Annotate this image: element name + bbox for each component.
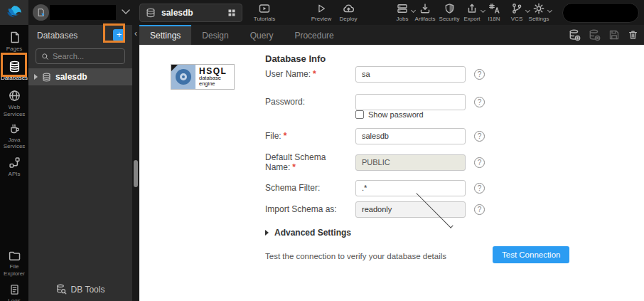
rail-label: Pages — [6, 46, 23, 52]
artifacts-download-icon — [419, 3, 431, 14]
panel-title: Databases — [37, 31, 113, 41]
logs-icon — [9, 284, 20, 295]
add-database-button[interactable]: + — [113, 29, 125, 41]
tab-design[interactable]: Design — [191, 25, 239, 45]
show-password-checkbox[interactable] — [355, 110, 364, 119]
sidebar-item-logs[interactable]: Logs — [0, 277, 28, 301]
settings-content: HSQL database engine Database Info User … — [139, 45, 644, 301]
tree-item-label: salesdb — [55, 72, 87, 82]
rail-label: APIs — [9, 171, 21, 177]
action-label: Artifacts — [415, 16, 436, 22]
top-bar: salesdb Tutorials Preview Deploy Jobs — [0, 0, 644, 25]
username-input[interactable] — [355, 66, 466, 83]
tree-item-salesdb[interactable]: salesdb — [28, 68, 132, 85]
action-label: Preview — [311, 16, 331, 22]
sidebar-item-web-services[interactable]: Web Services — [0, 81, 28, 117]
help-icon[interactable]: ? — [474, 131, 485, 142]
wavemaker-logo[interactable] — [0, 0, 28, 25]
field-row-default-schema: Default Schema Name:* ? — [265, 154, 635, 171]
rail-label: Databases — [1, 75, 28, 81]
action-label: Deploy — [340, 16, 358, 22]
topbar-action-deploy[interactable]: Deploy — [333, 3, 364, 23]
database-icon — [42, 73, 51, 82]
export-icon — [466, 3, 478, 14]
help-icon[interactable]: ? — [474, 183, 485, 194]
field-label: Password: — [265, 97, 305, 107]
help-icon[interactable]: ? — [474, 97, 485, 107]
i18n-translate-icon — [488, 3, 500, 14]
sidebar-item-pages[interactable]: Pages — [0, 25, 28, 52]
settings-menu-chevron-icon[interactable] — [547, 8, 552, 13]
wavemaker-logo-icon — [6, 4, 23, 21]
app-switcher-name: salesdb — [161, 8, 222, 18]
topbar-action-settings[interactable]: Settings — [523, 3, 554, 23]
tab-query[interactable]: Query — [240, 25, 284, 45]
project-chevron-down-icon[interactable] — [121, 9, 131, 15]
action-label: I18N — [488, 16, 500, 22]
topbar-action-tutorials[interactable]: Tutorials — [249, 3, 280, 23]
delete-icon[interactable] — [628, 29, 638, 41]
field-row-file: File:* ? — [265, 127, 635, 144]
pages-icon — [9, 31, 21, 43]
file-explorer-folder-icon — [9, 250, 21, 261]
required-marker: * — [313, 69, 316, 79]
rail-label: Logs — [8, 297, 20, 301]
rail-label: Web Services — [0, 104, 28, 117]
scrollbar-thumb[interactable] — [134, 160, 138, 187]
hsql-logo-mark-icon — [171, 65, 195, 89]
field-label: User Name: — [265, 69, 311, 79]
action-label: VCS — [511, 16, 522, 22]
tab-procedure[interactable]: Procedure — [284, 25, 344, 45]
database-search[interactable] — [36, 48, 125, 64]
redacted-project-name — [50, 5, 116, 20]
vcs-branch-icon — [511, 3, 522, 14]
rail-spacer — [0, 177, 28, 245]
field-row-username: User Name:* ? — [265, 65, 635, 83]
database-icon — [146, 8, 156, 18]
help-icon[interactable]: ? — [474, 69, 485, 80]
password-input[interactable] — [355, 94, 466, 110]
rail-label: File Explorer — [0, 263, 28, 276]
panel-edge-strip: ‹ — [132, 25, 139, 301]
settings-gear-icon — [533, 3, 544, 14]
db-push-icon[interactable] — [589, 29, 601, 41]
field-label: File: — [265, 131, 281, 141]
left-rail: Pages Databases Web Services Java Servic… — [0, 25, 28, 301]
hsql-logo: HSQL database engine — [171, 64, 235, 90]
save-icon[interactable] — [608, 29, 620, 41]
search-icon — [41, 53, 49, 60]
db-tools-button[interactable]: DB Tools — [28, 284, 132, 295]
tab-settings[interactable]: Settings — [139, 25, 191, 45]
web-services-globe-icon — [9, 90, 21, 102]
app-switcher[interactable]: salesdb — [139, 4, 242, 22]
db-tools-icon — [56, 284, 67, 295]
sidebar-item-apis[interactable]: APIs — [0, 149, 28, 177]
import-schema-select[interactable]: readonly — [355, 201, 466, 218]
databases-panel: Databases + salesdb DB Tools — [28, 25, 132, 301]
selected-option: readonly — [362, 205, 410, 213]
show-password-row: Show password — [355, 110, 424, 119]
sidebar-item-file-explorer[interactable]: File Explorer — [0, 245, 28, 276]
expand-caret-icon[interactable] — [34, 74, 38, 80]
test-connection-button[interactable]: Test Connection — [493, 246, 569, 263]
field-row-password: Password: ? — [265, 93, 635, 110]
grid-apps-icon[interactable] — [227, 9, 236, 17]
help-icon[interactable]: ? — [474, 157, 485, 168]
advanced-settings-label: Advanced Settings — [274, 228, 351, 238]
file-input[interactable] — [355, 128, 466, 144]
collapse-panel-chevron-icon[interactable]: ‹ — [132, 28, 139, 40]
advanced-caret-icon — [265, 230, 269, 236]
java-services-coffee-icon — [9, 123, 21, 134]
advanced-settings-toggle[interactable]: Advanced Settings — [265, 228, 351, 238]
project-avatar[interactable] — [33, 4, 49, 21]
schema-filter-input[interactable] — [355, 180, 466, 196]
sidebar-item-databases[interactable]: Databases — [0, 52, 28, 81]
sidebar-item-java-services[interactable]: Java Services — [0, 117, 28, 149]
action-label: Tutorials — [254, 16, 275, 22]
action-label: Jobs — [397, 16, 409, 22]
db-pull-icon[interactable] — [569, 29, 581, 41]
search-input[interactable] — [53, 52, 119, 60]
help-icon[interactable]: ? — [474, 204, 485, 215]
required-marker: * — [292, 162, 296, 172]
test-connection-hint: Test the connection to verify your datab… — [265, 252, 446, 260]
